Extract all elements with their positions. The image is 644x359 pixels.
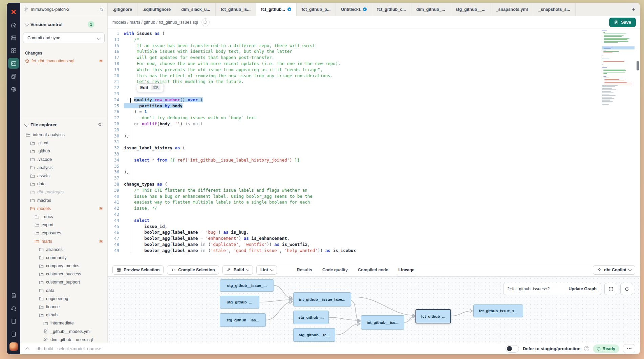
tree-item-export[interactable]: export <box>20 221 107 229</box>
lineage-node-fct_github_issue_s...[interactable]: fct_github_issue_s... <box>473 304 523 317</box>
tree-item-data[interactable]: data <box>20 180 107 188</box>
tab-dim_slack_u...[interactable]: dim_slack_u... <box>176 3 215 16</box>
code-line[interactable]: 47 boolor_agg(label_name = 'enhancement'… <box>108 235 640 241</box>
code-line[interactable]: 49 boolor_agg(label_name in ('stale', 'g… <box>108 248 640 254</box>
defer-toggle[interactable] <box>506 345 519 353</box>
lineage-node-stg_github__iss...[interactable]: stg_github__iss... <box>220 313 266 327</box>
scrollbar-thumb[interactable] <box>637 61 639 70</box>
tree-item-github[interactable]: github <box>20 311 107 319</box>
code-line[interactable]: 34 select * from {{ ref('int_github__iss… <box>108 157 640 163</box>
tree-item-_github__models.yml[interactable]: _github__models.yml <box>20 328 107 336</box>
ide-icon[interactable] <box>8 58 19 69</box>
projects-icon[interactable] <box>8 32 19 43</box>
code-line[interactable]: 26 ) = 1 <box>108 109 640 115</box>
apps-icon[interactable] <box>8 45 19 56</box>
tab-lineage[interactable]: Lineage <box>393 263 420 276</box>
branch-selector[interactable]: mirnawong1-patch-2 <box>20 3 108 16</box>
tab-.sqlfluffignore[interactable]: .sqlfluffignore <box>137 3 176 16</box>
lineage-node-stg_github_...[interactable]: stg_github_... <box>293 311 329 324</box>
code-line[interactable]: 45 issue_id, <box>108 224 640 230</box>
code-line[interactable]: 32issue_label_history as ( <box>108 145 640 151</box>
compile-selection-button[interactable]: Compile Selection <box>167 265 219 275</box>
more-options-button[interactable] <box>623 344 635 353</box>
tree-item-community[interactable]: community <box>20 254 107 262</box>
dbt-logo[interactable]: ✕ <box>8 6 19 17</box>
tree-item-dim_github__users.sql[interactable]: dim_github__users.sql <box>20 336 107 343</box>
code-line[interactable]: 28 or nullif(body, '') is null <box>108 121 640 127</box>
tree-item-.vscode[interactable]: .vscode <box>20 155 107 164</box>
preview-selection-button[interactable]: Preview Selection <box>112 265 164 275</box>
save-button[interactable]: Save <box>609 18 636 27</box>
expand-command-bar-button[interactable] <box>23 345 32 353</box>
code-line[interactable]: 1with issues as ( <box>108 30 640 37</box>
clipboard-icon[interactable] <box>8 290 19 301</box>
user-avatar[interactable] <box>9 342 18 351</box>
file-action-button[interactable] <box>201 18 210 26</box>
tree-item-engineering[interactable]: engineering <box>20 295 107 303</box>
tree-item-internal-analytics[interactable]: internal-analytics <box>20 131 107 139</box>
lineage-selector-input[interactable] <box>503 283 564 295</box>
build-button[interactable]: Build <box>222 265 253 275</box>
code-line[interactable]: 19 While this prevents the old issue fro… <box>108 67 640 73</box>
code-line[interactable]: 33 <box>108 151 640 157</box>
copy-icon[interactable] <box>99 7 104 12</box>
code-line[interactable]: 48 boolor_agg(label_name in ('duplicate'… <box>108 241 640 248</box>
changed-file-row[interactable]: fct_dbt_invocations.sql M <box>20 58 107 64</box>
code-line[interactable]: 18 For now, choose the one with more rec… <box>108 61 640 67</box>
environments-icon[interactable] <box>8 71 19 82</box>
code-line[interactable]: 16 multiple issues with identical body t… <box>108 48 640 55</box>
code-line[interactable]: 31 <box>108 139 640 145</box>
tab-.gitignore[interactable]: .gitignore <box>108 3 137 16</box>
lineage-node-stg_github__re...[interactable]: stg_github__re... <box>293 328 335 342</box>
support-icon[interactable] <box>8 303 19 314</box>
lineage-node-int_github__issue_labe...[interactable]: int_github__issue_labe... <box>293 292 351 307</box>
tab-fct_github_c...[interactable]: fct_github_c... <box>372 3 411 16</box>
tree-item-data[interactable]: data <box>20 287 107 295</box>
tab-compiled-code[interactable]: Compiled code <box>353 263 393 276</box>
code-line[interactable]: 15 If an issue has been transferred to a… <box>108 43 640 49</box>
organization-icon[interactable] <box>8 329 19 339</box>
tab-_snapshots.yml[interactable]: _snapshots.yml <box>491 3 533 16</box>
tree-item-dbt_packages[interactable]: dbt_packages <box>20 188 107 196</box>
refresh-button[interactable] <box>620 283 633 295</box>
code-editor[interactable]: 1with issues as (13 /*15 If an issue has… <box>108 28 640 263</box>
code-line[interactable]: 24 qualify row_number() over ( <box>108 97 640 103</box>
tree-item-.ci_cd[interactable]: .ci_cd <box>20 139 107 147</box>
tree-item-finance[interactable]: finance <box>20 303 107 311</box>
tab-code-quality[interactable]: Code quality <box>317 263 353 276</box>
fullscreen-button[interactable] <box>604 283 617 295</box>
tree-item-assets[interactable]: assets <box>20 172 107 180</box>
code-line[interactable]: 46 boolor_agg(label_name = 'bug') as is_… <box>108 229 640 235</box>
tree-item-customer_support[interactable]: customer_support <box>20 278 107 286</box>
code-line[interactable]: 20 this has the effect of removing the n… <box>108 73 640 79</box>
lint-button[interactable]: Lint <box>256 265 277 275</box>
tab-dim_github_...[interactable]: dim_github_... <box>411 3 451 16</box>
tab-stg_github__...[interactable]: stg_github__... <box>450 3 491 16</box>
code-line[interactable]: 35 <box>108 163 640 169</box>
code-line[interactable]: 37 <box>108 175 640 181</box>
code-line[interactable]: 13 /* <box>108 37 640 43</box>
tree-item-exposures[interactable]: exposures <box>20 229 107 237</box>
code-line[interactable]: 38change_types as ( <box>108 181 640 187</box>
file-explorer-header[interactable]: File explorer <box>20 122 107 127</box>
tree-item-alliances[interactable]: alliances <box>20 246 107 254</box>
version-control-header[interactable]: Version control 1 <box>20 21 107 28</box>
code-line[interactable]: 44 select <box>108 217 640 224</box>
code-line[interactable]: 17 will get updates for events that happ… <box>108 55 640 61</box>
tab-fct_github_p...[interactable]: fct_github_p... <box>297 3 336 16</box>
tree-item-_docs[interactable]: _docs <box>20 213 107 221</box>
tab-Untitled-1[interactable]: Untitled-1 <box>336 3 372 16</box>
code-lines[interactable]: 1with issues as (13 /*15 If an issue has… <box>108 28 640 263</box>
tree-item-company_metrics[interactable]: company_metrics <box>20 262 107 270</box>
help-icon[interactable]: ? <box>584 346 589 351</box>
update-graph-button[interactable]: Update Graph <box>564 283 601 295</box>
tree-item-intermediate[interactable]: intermediate <box>20 319 107 327</box>
code-line[interactable]: 42 issue. */ <box>108 205 640 211</box>
code-line[interactable]: 36), <box>108 169 640 175</box>
code-line[interactable]: 23 <box>108 91 640 97</box>
tab-fct_github...[interactable]: fct_github... <box>256 3 297 16</box>
command-input-placeholder[interactable]: dbt build --select <model_name> <box>37 346 101 351</box>
commit-and-sync-button[interactable]: Commit and sync <box>23 33 105 43</box>
dbt-copilot-button[interactable]: dbt Copilot <box>593 265 635 275</box>
tab-results[interactable]: Results <box>292 263 317 276</box>
